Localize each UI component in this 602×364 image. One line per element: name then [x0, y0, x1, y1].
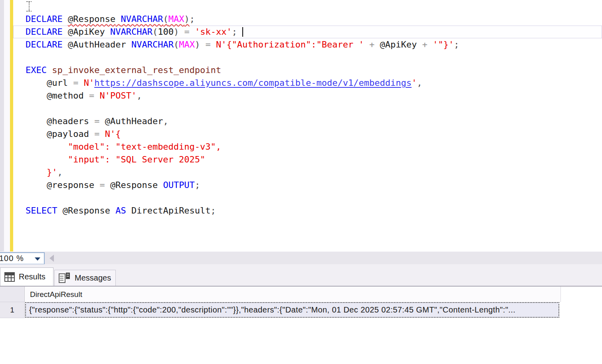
code-token: ,: [137, 91, 142, 101]
code-line[interactable]: @method = N'POST',: [13, 89, 602, 102]
code-token: EXEC: [26, 65, 52, 75]
code-token: SELECT: [26, 206, 63, 216]
code-token: @Response: [110, 180, 163, 190]
code-token: @ApiKey: [68, 27, 110, 37]
results-grid: DirectApiResult 1 {"response":{"status":…: [0, 287, 602, 364]
code-line[interactable]: @url = N'https://dashscope.aliyuncs.com/…: [13, 77, 602, 89]
code-line[interactable]: @headers = @AuthHeader,: [13, 115, 602, 128]
code-token: NVARCHAR: [121, 14, 163, 24]
code-token: =: [89, 116, 105, 126]
code-token: 'sk-xx': [195, 27, 232, 37]
grid-corner-cell[interactable]: [0, 287, 25, 302]
code-token: }': [26, 167, 57, 177]
dock-edge: [0, 0, 4, 251]
code-token: +: [417, 40, 433, 49]
results-tab-strip: Results Messages: [0, 264, 602, 286]
code-token: =: [84, 91, 100, 101]
code-token: MAX: [168, 14, 184, 24]
messages-icon: [59, 273, 71, 284]
code-token: @AuthHeader: [68, 40, 131, 49]
code-token: ,: [417, 78, 422, 88]
code-token: "input": "SQL Server 2025": [26, 154, 205, 164]
code-line[interactable]: DECLARE @ApiKey NVARCHAR(100) = 'sk-xx';: [13, 26, 602, 38]
code-line[interactable]: [13, 51, 602, 64]
code-token: [115, 14, 121, 24]
tab-results[interactable]: Results: [0, 267, 53, 286]
code-token: =: [68, 78, 84, 88]
code-line[interactable]: DECLARE @Response NVARCHAR(MAX);: [13, 13, 602, 26]
code-token: ;: [195, 180, 200, 190]
code-token: @Response: [63, 206, 115, 216]
code-line[interactable]: "model": "text-embedding-v3",: [13, 140, 602, 153]
code-token: @url: [26, 78, 68, 88]
code-token: ,: [163, 116, 168, 126]
code-token: ): [195, 40, 200, 49]
code-token: "model": "text-embedding-v3",: [26, 142, 221, 152]
grid-column-header[interactable]: DirectApiResult: [25, 287, 561, 302]
ibeam-cursor-icon: [26, 1, 32, 12]
code-token: DECLARE: [26, 14, 68, 24]
code-token: ): [184, 14, 189, 24]
code-token: ;: [454, 40, 459, 49]
grid-row-header[interactable]: 1: [0, 302, 25, 318]
code-line[interactable]: @payload = N'{: [13, 128, 602, 140]
results-grid-icon: [4, 272, 15, 282]
code-token: N'{: [105, 129, 121, 139]
tab-results-label: Results: [19, 272, 46, 281]
code-token: MAX: [179, 40, 195, 49]
zoom-dropdown[interactable]: 100 %: [0, 252, 45, 265]
code-line[interactable]: }',: [13, 166, 602, 179]
code-line[interactable]: [13, 102, 602, 115]
indicator-margin[interactable]: [4, 0, 10, 251]
code-token: @AuthHeader: [105, 116, 163, 126]
text-caret: [242, 27, 243, 37]
tab-messages[interactable]: Messages: [54, 270, 116, 286]
code-token: ): [174, 27, 179, 37]
editor-status-strip: 100 %: [0, 251, 602, 265]
code-token: DECLARE: [26, 40, 68, 49]
code-line[interactable]: EXEC sp_invoke_external_rest_endpoint: [13, 64, 602, 77]
code-line[interactable]: DECLARE @AuthHeader NVARCHAR(MAX) = N'{"…: [13, 38, 602, 51]
code-token: =: [94, 180, 110, 190]
code-token: NVARCHAR: [110, 27, 152, 37]
code-token: @response: [26, 180, 94, 190]
code-line[interactable]: SELECT @Response AS DirectApiResult;: [13, 204, 602, 217]
sql-editor[interactable]: DECLARE @Response NVARCHAR(MAX);DECLARE …: [0, 0, 602, 251]
code-token: ,: [57, 167, 62, 177]
code-token: N': [84, 78, 95, 88]
code-token: AS: [115, 206, 131, 216]
grid-cell-selected[interactable]: {"response":{"status":{"http":{"code":20…: [25, 302, 559, 318]
code-line[interactable]: "input": "SQL Server 2025": [13, 153, 602, 166]
chevron-down-icon[interactable]: [35, 257, 40, 261]
code-token: '"}': [433, 40, 454, 49]
code-token: ;: [190, 14, 195, 24]
code-token: https://dashscope.aliyuncs.com/compatibl…: [94, 78, 412, 88]
code-token: (: [174, 40, 179, 49]
code-line[interactable]: [13, 192, 602, 204]
code-token: sp_invoke_external_rest_endpoint: [52, 65, 221, 75]
code-token: =: [179, 27, 195, 37]
zoom-level: 100 %: [0, 254, 24, 263]
code-line[interactable]: [13, 0, 602, 13]
scroll-left-arrow-icon[interactable]: [50, 255, 54, 262]
code-token: NVARCHAR: [131, 40, 174, 49]
code-token: DirectApiResult: [131, 206, 211, 216]
tab-messages-label: Messages: [75, 273, 111, 283]
code-token: =: [89, 129, 105, 139]
code-token: N'POST': [99, 91, 137, 101]
code-area[interactable]: DECLARE @Response NVARCHAR(MAX);DECLARE …: [13, 0, 602, 251]
code-token: @method: [26, 91, 84, 101]
code-token: 100: [158, 27, 174, 37]
code-line[interactable]: @response = @Response OUTPUT;: [13, 179, 602, 192]
code-token: (: [163, 14, 168, 24]
code-token: ;: [211, 206, 216, 216]
code-token: DECLARE: [26, 27, 68, 37]
code-token: @headers: [26, 116, 89, 126]
code-token: +: [364, 40, 380, 49]
code-token: ': [412, 78, 417, 88]
ssms-window: DECLARE @Response NVARCHAR(MAX);DECLARE …: [0, 0, 602, 364]
code-token: @Response: [68, 14, 115, 24]
code-token: @ApiKey: [380, 40, 417, 49]
code-token: ;: [232, 27, 243, 37]
code-token: (: [152, 27, 158, 37]
